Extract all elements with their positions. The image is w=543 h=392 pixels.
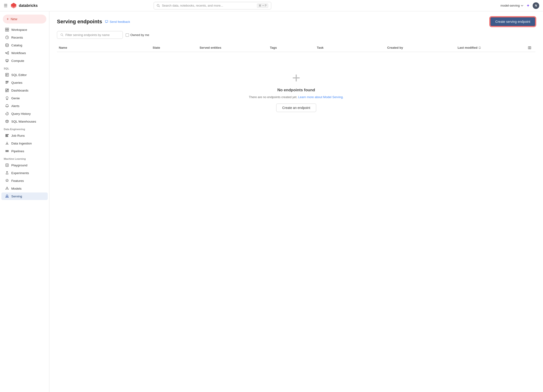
sidebar-experiments-label: Experiments — [11, 171, 29, 175]
svg-rect-15 — [7, 89, 9, 90]
sidebar-item-playground[interactable]: Playground — [1, 161, 48, 169]
sidebar-item-features[interactable]: Features — [1, 177, 48, 184]
sidebar-item-dashboards[interactable]: Dashboards — [1, 87, 48, 94]
sidebar-item-data-ingestion[interactable]: Data Ingestion — [1, 140, 48, 147]
sidebar-section-ml: Machine Learning — [0, 155, 49, 161]
sidebar-section-data-engineering: Data Engineering — [0, 125, 49, 131]
sidebar-query-history-label: Query History — [11, 112, 31, 115]
svg-point-19 — [6, 188, 8, 189]
hamburger-menu[interactable]: ☰ — [4, 3, 7, 8]
sidebar-dashboards-label: Dashboards — [11, 89, 28, 92]
databricks-logo-icon — [10, 2, 17, 9]
sidebar-workflows-label: Workflows — [11, 51, 26, 55]
sidebar-catalog-label: Catalog — [11, 44, 22, 47]
svg-rect-2 — [7, 28, 9, 29]
sidebar-item-serving[interactable]: Serving — [1, 193, 48, 200]
sidebar-item-queries[interactable]: Queries — [1, 79, 48, 86]
svg-rect-16 — [7, 90, 9, 92]
send-feedback-label: Send feedback — [110, 20, 130, 23]
create-endpoint-button[interactable]: Create an endpoint — [276, 103, 316, 112]
sidebar-item-compute[interactable]: Compute — [1, 57, 48, 64]
svg-rect-14 — [6, 89, 7, 91]
chevron-down-icon — [521, 4, 523, 7]
navbar: ☰ databricks Search data, notebooks, rec… — [0, 0, 543, 11]
main-content: Serving endpoints Send feedback Create s… — [49, 11, 543, 392]
learn-more-link[interactable]: Learn more about Model Serving. — [298, 95, 344, 99]
columns-icon — [528, 46, 531, 49]
sidebar-item-genie[interactable]: Genie — [1, 94, 48, 102]
logo-text: databricks — [19, 4, 38, 8]
sidebar-item-models[interactable]: Models — [1, 185, 48, 192]
sidebar-item-sql-editor[interactable]: SQL Editor — [1, 71, 48, 79]
sidebar-item-catalog[interactable]: Catalog — [1, 41, 48, 49]
sort-icon — [478, 46, 481, 49]
playground-icon — [5, 163, 9, 167]
sidebar-features-label: Features — [11, 179, 24, 182]
sidebar-data-ingestion-label: Data Ingestion — [11, 142, 32, 145]
workspace-selector[interactable]: model-serving — [500, 4, 523, 7]
sidebar-sql-editor-label: SQL Editor — [11, 73, 27, 77]
sidebar-item-job-runs[interactable]: Job Runs — [1, 132, 48, 139]
sidebar-item-workflows[interactable]: Workflows — [1, 49, 48, 57]
sidebar-item-query-history[interactable]: Query History — [1, 110, 48, 117]
sidebar-serving-label: Serving — [11, 195, 22, 198]
job-runs-icon — [5, 134, 9, 137]
queries-icon — [5, 81, 9, 85]
svg-point-9 — [8, 53, 9, 54]
svg-point-11 — [7, 60, 7, 61]
sparkle-icon[interactable]: ✦ — [526, 3, 530, 8]
filter-endpoints-input[interactable]: Filter serving endpoints by name — [57, 31, 123, 39]
recents-icon — [5, 35, 9, 39]
sidebar-compute-label: Compute — [11, 59, 24, 62]
svg-rect-1 — [6, 28, 7, 29]
owned-by-me-toggle[interactable]: Owned by me — [126, 33, 149, 37]
sidebar-queries-label: Queries — [11, 81, 22, 85]
search-icon — [157, 4, 160, 7]
sidebar-item-pipelines[interactable]: Pipelines — [1, 147, 48, 155]
sidebar-item-recents[interactable]: Recents — [1, 34, 48, 41]
page-header: Serving endpoints Send feedback Create s… — [57, 17, 536, 26]
svg-point-8 — [8, 51, 9, 52]
sidebar-models-label: Models — [11, 187, 22, 190]
svg-point-22 — [6, 189, 6, 189]
empty-state-title: No endpoints found — [277, 88, 315, 92]
experiments-icon — [5, 171, 9, 175]
query-history-icon — [5, 112, 9, 115]
owned-by-me-checkbox[interactable] — [126, 34, 129, 37]
pipelines-icon — [5, 149, 9, 153]
svg-point-6 — [6, 44, 8, 45]
features-icon — [5, 179, 9, 182]
navbar-right: model-serving ✦ N — [500, 2, 539, 9]
workspace-icon — [5, 28, 9, 32]
table-col-last-modified[interactable]: Last modified — [456, 46, 526, 49]
sidebar-item-alerts[interactable]: Alerts — [1, 102, 48, 110]
table-col-columns-toggle[interactable] — [526, 46, 536, 49]
sidebar-item-experiments[interactable]: Experiments — [1, 169, 48, 177]
avatar[interactable]: N — [533, 2, 539, 9]
table-col-created-by: Created by — [385, 46, 456, 49]
sidebar-item-workspace[interactable]: Workspace — [1, 26, 48, 34]
sidebar-recents-label: Recents — [11, 36, 23, 39]
sidebar-job-runs-label: Job Runs — [11, 134, 25, 137]
sql-editor-icon — [5, 73, 9, 77]
create-serving-endpoint-button[interactable]: Create serving endpoint — [490, 17, 536, 26]
models-icon — [5, 187, 9, 190]
sidebar-section-sql: SQL — [0, 65, 49, 71]
sidebar-item-sql-warehouses[interactable]: SQL Warehouses — [1, 118, 48, 125]
svg-rect-25 — [528, 46, 529, 49]
sidebar: + New Workspace Recents — [0, 11, 49, 392]
table-col-state: State — [151, 46, 198, 49]
dashboards-icon — [5, 88, 9, 92]
svg-rect-3 — [6, 30, 7, 31]
owned-by-me-label: Owned by me — [130, 33, 149, 37]
new-button[interactable]: + New — [3, 15, 46, 23]
send-feedback-button[interactable]: Send feedback — [105, 20, 130, 23]
search-icon — [61, 34, 63, 36]
svg-point-23 — [7, 196, 7, 196]
filter-placeholder: Filter serving endpoints by name — [65, 33, 110, 37]
svg-rect-27 — [530, 46, 531, 49]
search-placeholder: Search data, notebooks, recents, and mor… — [162, 4, 223, 7]
table-header: Name State Served entities Tags Task Cre… — [57, 44, 536, 52]
global-search[interactable]: Search data, notebooks, recents, and mor… — [154, 2, 271, 9]
workspace-name: model-serving — [500, 4, 520, 7]
